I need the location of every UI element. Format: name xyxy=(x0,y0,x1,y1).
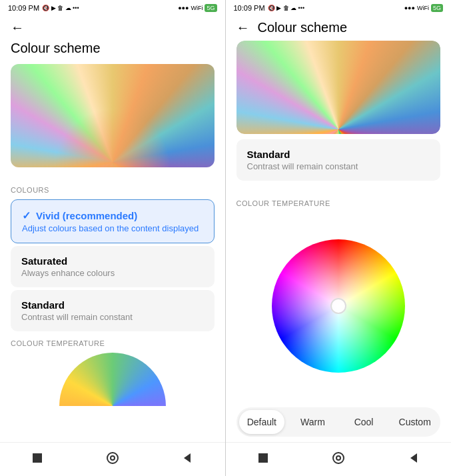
colour-options-list: ✓ Vivid (recommended) Adjust colours bas… xyxy=(0,199,225,331)
hero-image-left xyxy=(11,64,215,167)
temp-btn-default[interactable]: Default xyxy=(239,410,285,434)
temp-btn-cool[interactable]: Cool xyxy=(341,410,387,434)
option-vivid-subtitle: Adjust colours based on the content disp… xyxy=(22,223,203,233)
pencil-graphic-left xyxy=(11,64,215,167)
selected-subtitle-right: Contrast will remain constant xyxy=(247,161,430,171)
svg-marker-3 xyxy=(184,453,191,463)
status-time-left: 10:09 PM 🔇 ▶ 🗑 ☁ ••• xyxy=(8,4,79,12)
svg-point-5 xyxy=(333,453,344,463)
pencil-graphic-right xyxy=(236,41,441,134)
page-title-right: Colour scheme xyxy=(258,20,348,35)
nav-home-left[interactable] xyxy=(105,451,120,465)
page-title-left: Colour scheme xyxy=(11,41,101,55)
battery-right: 5G xyxy=(431,4,443,12)
check-icon-vivid: ✓ xyxy=(22,209,31,222)
back-button-right[interactable]: ← xyxy=(236,20,250,35)
signal-left: ●●● xyxy=(178,5,189,11)
svg-point-1 xyxy=(107,453,118,463)
option-vivid[interactable]: ✓ Vivid (recommended) Adjust colours bas… xyxy=(11,199,215,243)
color-wheel-half-left xyxy=(59,353,166,406)
status-icons-right: ●●● WiFi 5G xyxy=(404,4,443,12)
option-saturated[interactable]: Saturated Always enhance colours xyxy=(11,246,215,287)
status-bar-left: 10:09 PM 🔇 ▶ 🗑 ☁ ••• ●●● WiFi 5G xyxy=(0,0,225,15)
nav-stop-right[interactable] xyxy=(256,451,270,465)
temp-section-label-left: COLOUR TEMPERATURE xyxy=(0,331,225,353)
hero-image-right xyxy=(236,41,441,134)
wifi-right: WiFi xyxy=(417,5,429,11)
selected-option-right[interactable]: Standard Contrast will remain constant xyxy=(236,139,441,181)
colours-section-label: COLOURS xyxy=(0,178,225,199)
battery-left: 5G xyxy=(205,4,217,12)
wifi-left: WiFi xyxy=(191,5,203,11)
top-bar-left: ← xyxy=(0,15,225,41)
option-saturated-title: Saturated xyxy=(21,255,204,267)
content-left: Colour scheme COLOURS ✓ Vivid (recommend… xyxy=(0,41,225,442)
svg-marker-7 xyxy=(410,453,417,463)
svg-rect-4 xyxy=(258,453,268,463)
signal-right: ●●● xyxy=(404,5,415,11)
top-bar-right: ← Colour scheme xyxy=(226,15,452,41)
option-standard-subtitle: Contrast will remain constant xyxy=(21,312,204,322)
bottom-nav-left xyxy=(0,442,225,476)
svg-rect-0 xyxy=(33,453,42,463)
title-area-left: Colour scheme xyxy=(0,41,225,64)
notch-icons: 🔇 ▶ 🗑 ☁ ••• xyxy=(42,5,79,11)
left-phone: 10:09 PM 🔇 ▶ 🗑 ☁ ••• ●●● WiFi 5G ← Colou… xyxy=(0,0,225,476)
svg-point-2 xyxy=(111,456,115,460)
notch-icons-right: 🔇 ▶ 🗑 ☁ ••• xyxy=(268,5,304,11)
status-icons-left: ●●● WiFi 5G xyxy=(178,4,217,12)
svg-point-6 xyxy=(336,456,340,460)
temp-btn-custom[interactable]: Custom xyxy=(392,410,438,434)
option-saturated-subtitle: Always enhance colours xyxy=(21,268,204,278)
selected-title-right: Standard xyxy=(247,149,430,160)
bottom-nav-right xyxy=(226,442,452,476)
nav-back-right[interactable] xyxy=(406,451,421,465)
option-vivid-title: ✓ Vivid (recommended) xyxy=(22,209,203,222)
nav-home-right[interactable] xyxy=(331,451,346,465)
back-button-left[interactable]: ← xyxy=(11,20,24,35)
time-right: 10:09 PM xyxy=(234,4,265,12)
color-wheel xyxy=(272,239,405,373)
color-wheel-area xyxy=(226,213,452,399)
option-standard-title: Standard xyxy=(21,299,204,311)
temp-buttons-group: Default Warm Cool Custom xyxy=(236,407,441,437)
nav-back-left[interactable] xyxy=(180,451,195,465)
temp-section-label-right: COLOUR TEMPERATURE xyxy=(226,191,452,213)
status-bar-right: 10:09 PM 🔇 ▶ 🗑 ☁ ••• ●●● WiFi 5G xyxy=(226,0,452,15)
right-phone: 10:09 PM 🔇 ▶ 🗑 ☁ ••• ●●● WiFi 5G ← Colou… xyxy=(226,0,452,476)
wheel-center-dot xyxy=(330,298,346,314)
nav-stop-left[interactable] xyxy=(30,451,45,465)
temp-btn-warm[interactable]: Warm xyxy=(290,410,336,434)
time-left: 10:09 PM xyxy=(8,4,39,12)
status-time-right: 10:09 PM 🔇 ▶ 🗑 ☁ ••• xyxy=(234,4,305,12)
option-standard[interactable]: Standard Contrast will remain constant xyxy=(11,290,215,331)
